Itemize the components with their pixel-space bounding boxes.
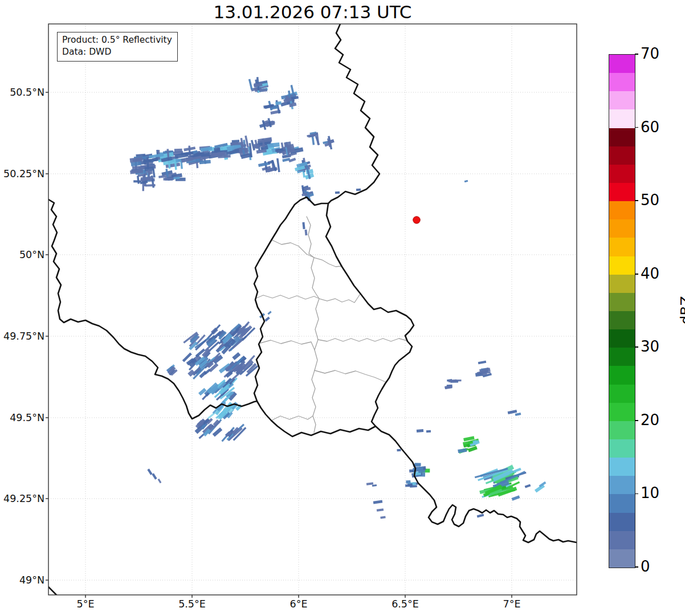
colorbar-segment — [609, 219, 635, 238]
colorbar-segment — [609, 439, 635, 458]
colorbar-tick-label: 20 — [641, 411, 659, 429]
colorbar-segment — [609, 311, 635, 329]
colorbar-tick-mark — [635, 274, 638, 275]
lat-tick-label: 49.5°N — [0, 412, 44, 423]
colorbar-segment — [609, 201, 635, 219]
colorbar-tick-mark — [635, 420, 638, 421]
product-label: Product: 0.5° Reflectivity — [62, 34, 172, 46]
colorbar-segment — [609, 348, 635, 366]
colorbar-segment — [609, 109, 635, 128]
colorbar-segment — [609, 275, 635, 293]
lon-tick-label: 7°E — [489, 598, 535, 610]
lat-tick-label: 49°N — [0, 574, 44, 586]
colorbar-tick-mark — [635, 566, 638, 568]
colorbar-tick-label: 70 — [641, 45, 659, 62]
colorbar-segment — [609, 476, 635, 494]
colorbar-tick-mark — [635, 54, 638, 55]
colorbar-segment — [609, 73, 635, 91]
colorbar-segment — [609, 91, 635, 109]
colorbar-tick-label: 60 — [641, 119, 659, 136]
colorbar-tick-label: 30 — [641, 338, 659, 355]
colorbar-segment — [609, 513, 635, 531]
colorbar-segment — [609, 238, 635, 256]
country-borders — [48, 24, 577, 595]
map-plot — [0, 0, 685, 616]
colorbar-segment — [609, 531, 635, 549]
lat-tick-label: 50°N — [0, 249, 44, 260]
colorbar-tick-mark — [635, 127, 638, 128]
colorbar-segment — [609, 55, 635, 73]
lat-tick-label: 49.25°N — [0, 493, 44, 504]
colorbar-tick-label: 40 — [641, 265, 659, 282]
lon-tick-label: 5°E — [63, 598, 108, 610]
lat-tick-label: 49.75°N — [0, 331, 44, 342]
colorbar-segment — [609, 421, 635, 439]
colorbar-tick-label: 50 — [641, 191, 659, 209]
colorbar-segment — [609, 128, 635, 146]
colorbar-segment — [609, 146, 635, 165]
product-info-box: Product: 0.5° Reflectivity Data: DWD — [57, 32, 178, 62]
lon-tick-label: 5.5°E — [169, 598, 215, 610]
lon-tick-label: 6.5°E — [382, 598, 428, 610]
radar-site-marker — [413, 217, 421, 224]
colorbar-segment — [609, 293, 635, 311]
graticule-gridlines — [48, 24, 577, 595]
colorbar-unit-label: dBZ — [678, 291, 685, 331]
admin-region-borders — [255, 217, 407, 433]
colorbar-tick-label: 10 — [641, 484, 659, 501]
data-source-label: Data: DWD — [62, 46, 172, 58]
colorbar-segment — [609, 165, 635, 183]
map-frame — [48, 24, 577, 595]
colorbar-tick-mark — [635, 200, 638, 201]
colorbar-tick-mark — [635, 493, 638, 495]
lat-tick-label: 50.5°N — [0, 87, 44, 98]
colorbar-segment — [609, 458, 635, 476]
colorbar — [609, 54, 635, 568]
colorbar-segment — [609, 366, 635, 384]
colorbar-segment — [609, 183, 635, 201]
colorbar-tick-mark — [635, 346, 638, 348]
colorbar-segment — [609, 385, 635, 403]
lat-tick-label: 50.25°N — [0, 168, 44, 180]
colorbar-segment — [609, 403, 635, 421]
colorbar-tick-label: 0 — [641, 558, 650, 575]
colorbar-segment — [609, 494, 635, 512]
colorbar-segment — [609, 549, 635, 568]
colorbar-segment — [609, 329, 635, 348]
radar-map-figure: 13.01.2026 07:13 UTC Product: 0.5° Refle… — [0, 0, 685, 616]
colorbar-segment — [609, 256, 635, 275]
lon-tick-label: 6°E — [276, 598, 321, 610]
